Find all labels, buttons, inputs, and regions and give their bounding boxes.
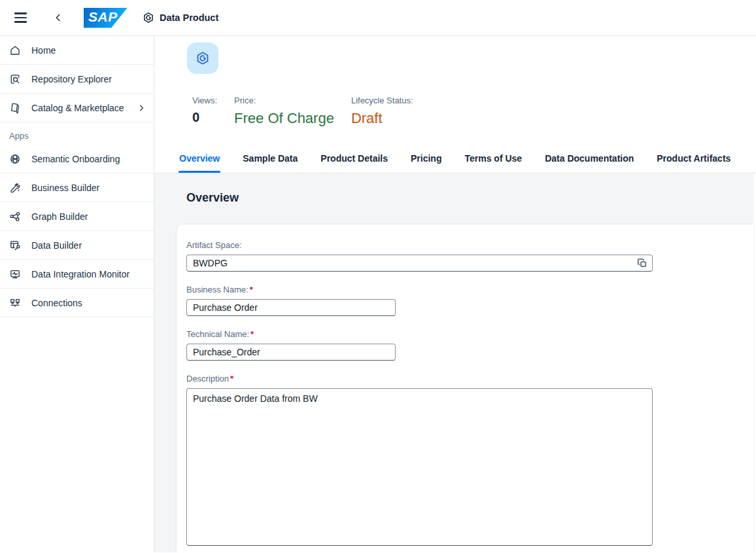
business-name-input[interactable]: [186, 299, 396, 316]
sidebar-section-apps: Apps: [0, 122, 154, 145]
sidebar-item-label: Catalog & Marketplace: [31, 103, 126, 113]
data-product-badge-icon: [196, 51, 210, 65]
page-title: Data Product: [160, 12, 218, 23]
required-mark: *: [230, 374, 233, 384]
tab-sample-data[interactable]: Sample Data: [242, 153, 298, 173]
app-title-group: Data Product: [143, 12, 218, 24]
back-button[interactable]: [47, 7, 69, 29]
views-value: 0: [192, 110, 217, 125]
artifact-space-label: Artifact Space:: [186, 240, 753, 250]
sidebar-item-graph-builder[interactable]: Graph Builder: [0, 202, 154, 231]
sap-logo-text: SAP: [88, 9, 118, 25]
catalog-marketplace-icon: [9, 102, 21, 114]
technical-name-field-group: Technical Name:*: [186, 329, 753, 361]
graph-builder-icon: [9, 211, 21, 223]
technical-name-label: Technical Name:*: [186, 329, 753, 339]
sidebar-item-data-integration-monitor[interactable]: Data Integration Monitor: [0, 260, 154, 289]
sidebar-item-label: Business Builder: [31, 183, 146, 193]
data-builder-icon: [9, 240, 21, 251]
sidebar-item-catalog-marketplace[interactable]: Catalog & Marketplace: [0, 94, 154, 122]
sidebar-item-label: Connections: [31, 298, 146, 308]
menu-button[interactable]: [9, 7, 31, 29]
sidebar-item-home[interactable]: Home: [0, 36, 154, 65]
tab-data-documentation[interactable]: Data Documentation: [544, 153, 634, 173]
sidebar-item-label: Data Integration Monitor: [31, 269, 146, 279]
sidebar-item-label: Graph Builder: [31, 211, 146, 222]
description-label: Description*: [186, 374, 753, 384]
tab-bar: Overview Sample Data Product Details Pri…: [154, 139, 756, 173]
business-name-field-group: Business Name:*: [186, 285, 753, 316]
artifact-space-field-group: Artifact Space:: [186, 240, 753, 272]
data-product-icon: [143, 12, 154, 24]
tab-product-details[interactable]: Product Details: [320, 153, 388, 173]
sidebar-item-data-builder[interactable]: Data Builder: [0, 231, 154, 260]
description-textarea[interactable]: Purchase Order Data from BW: [186, 388, 653, 546]
tab-product-artifacts[interactable]: Product Artifacts: [656, 153, 731, 173]
description-field-group: Description* Purchase Order Data from BW: [186, 374, 753, 548]
lifecycle-status-value: Draft: [351, 110, 413, 127]
home-icon: [9, 45, 21, 56]
sidebar: Home Repository Explorer Catalog & Marke…: [0, 36, 154, 552]
sidebar-item-business-builder[interactable]: Business Builder: [0, 173, 154, 202]
business-builder-icon: [9, 182, 21, 194]
tab-overview[interactable]: Overview: [179, 153, 220, 173]
sidebar-item-connections[interactable]: Connections: [0, 289, 154, 317]
views-label: Views:: [192, 96, 217, 105]
price-value: Free Of Charge: [234, 110, 334, 127]
overview-form-card: Artifact Space: Busine: [177, 224, 753, 552]
price-stat: Price: Free Of Charge: [234, 96, 334, 127]
technical-name-input[interactable]: [186, 344, 396, 361]
price-label: Price:: [234, 96, 334, 105]
tab-pricing[interactable]: Pricing: [410, 153, 442, 173]
sidebar-section-label: Apps: [9, 131, 29, 141]
chevron-left-icon: [53, 12, 63, 23]
data-integration-monitor-icon: [9, 268, 21, 280]
lifecycle-stat: Lifecycle Status: Draft: [351, 96, 413, 127]
required-mark: *: [250, 285, 253, 294]
product-badge: [187, 43, 218, 74]
section-title: Overview: [154, 173, 753, 224]
sap-logo: SAP: [84, 8, 128, 28]
lifecycle-status-label: Lifecycle Status:: [351, 96, 413, 105]
connections-icon: [9, 297, 21, 309]
overview-content: Overview Artifact Space:: [154, 173, 753, 552]
copy-button[interactable]: [636, 257, 649, 269]
sidebar-item-label: Home: [31, 45, 146, 56]
required-mark: *: [250, 329, 254, 339]
top-bar: SAP Data Product: [0, 0, 756, 36]
product-header: Views: 0 Price: Free Of Charge Lifecycle…: [154, 36, 756, 173]
sidebar-item-label: Semantic Onboarding: [31, 154, 146, 164]
sidebar-item-semantic-onboarding[interactable]: Semantic Onboarding: [0, 145, 154, 173]
sidebar-item-label: Repository Explorer: [31, 74, 146, 84]
sidebar-item-repository-explorer[interactable]: Repository Explorer: [0, 65, 154, 94]
copy-icon: [637, 258, 647, 268]
main-area: Views: 0 Price: Free Of Charge Lifecycle…: [154, 36, 756, 552]
hamburger-icon: [14, 12, 27, 22]
sidebar-item-label: Data Builder: [31, 240, 146, 251]
artifact-space-input[interactable]: [186, 255, 653, 272]
semantic-onboarding-icon: [9, 153, 21, 165]
repository-explorer-icon: [9, 73, 21, 85]
tab-terms-of-use[interactable]: Terms of Use: [464, 153, 523, 173]
business-name-label: Business Name:*: [186, 285, 753, 294]
chevron-right-icon: [137, 103, 146, 113]
product-stats: Views: 0 Price: Free Of Charge Lifecycle…: [192, 96, 413, 127]
views-stat: Views: 0: [192, 96, 217, 127]
